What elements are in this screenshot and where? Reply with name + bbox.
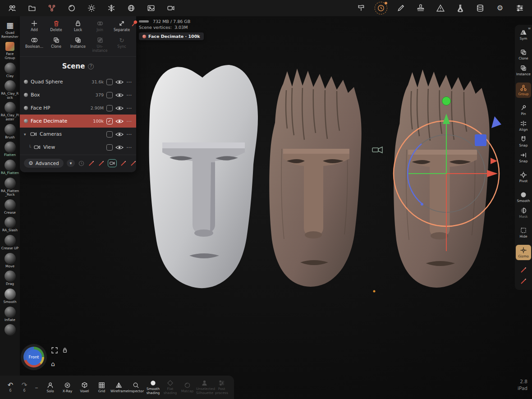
tool-quad-remesher[interactable]: ▦Quad Remesher bbox=[0, 20, 20, 39]
instance-button[interactable]: Instance bbox=[68, 36, 88, 53]
row-menu-icon[interactable]: ⋯ bbox=[126, 131, 132, 138]
visibility-checkbox[interactable] bbox=[106, 144, 113, 151]
history-small-icon[interactable] bbox=[78, 159, 85, 167]
visibility-checkbox[interactable] bbox=[106, 105, 113, 111]
tool-ra-flatten[interactable]: RA_Flatten bbox=[0, 160, 20, 175]
scene-row-face-hp[interactable]: Face HP 2.90M ⋯ bbox=[20, 101, 136, 115]
eye-icon[interactable] bbox=[115, 145, 124, 150]
hide-button[interactable]: Hide bbox=[516, 225, 531, 240]
red-pen-icon[interactable] bbox=[130, 159, 137, 167]
gear-icon[interactable]: ⚙ bbox=[495, 3, 505, 13]
eye-icon[interactable] bbox=[115, 105, 124, 111]
orientation-gizmo[interactable]: Front bbox=[21, 344, 47, 370]
tool-move[interactable]: Move bbox=[0, 253, 20, 269]
eye-icon[interactable] bbox=[115, 132, 124, 137]
stamp-icon[interactable] bbox=[416, 3, 426, 13]
row-menu-icon[interactable]: ⋯ bbox=[126, 105, 132, 111]
gizmo-plane-handle[interactable] bbox=[475, 134, 486, 146]
material-icon[interactable] bbox=[67, 3, 77, 13]
advanced-button[interactable]: ⚙Advanced bbox=[24, 159, 64, 168]
collapse-bar-button[interactable]: – bbox=[32, 384, 41, 391]
paint-icon[interactable] bbox=[356, 3, 366, 13]
mesh-face-brown[interactable] bbox=[269, 69, 361, 287]
tool-brush[interactable]: Brush bbox=[0, 124, 20, 140]
help-icon[interactable]: ? bbox=[88, 64, 94, 69]
pencil-icon[interactable] bbox=[396, 3, 406, 13]
orientation-front-face[interactable]: Front bbox=[26, 349, 42, 365]
add-button[interactable]: Add bbox=[24, 19, 44, 32]
tool-inflate[interactable]: Inflate bbox=[0, 307, 20, 322]
visibility-checkbox[interactable] bbox=[106, 131, 113, 138]
instance-button-right[interactable]: Instance bbox=[516, 63, 531, 78]
menu-sliders-icon[interactable] bbox=[515, 3, 525, 13]
folder-icon[interactable] bbox=[27, 3, 37, 13]
image-icon[interactable] bbox=[146, 3, 156, 13]
flat-shading-button[interactable]: Flat shading bbox=[162, 379, 179, 395]
fullscreen-icon[interactable] bbox=[51, 347, 58, 353]
lock-button[interactable]: Lock bbox=[68, 19, 88, 32]
scene-row-cameras[interactable]: ▾ Cameras ⋯ bbox=[20, 128, 136, 141]
delete-button[interactable]: Delete bbox=[46, 19, 66, 32]
row-menu-icon[interactable]: ⋯ bbox=[126, 144, 132, 151]
join-button[interactable]: Join bbox=[90, 19, 110, 32]
solo-button[interactable]: Solo bbox=[42, 381, 59, 394]
lighting-icon[interactable] bbox=[87, 3, 96, 13]
visibility-checkbox[interactable] bbox=[106, 79, 113, 85]
red-pen-button[interactable] bbox=[516, 265, 531, 275]
group-button[interactable]: Group bbox=[516, 83, 531, 98]
inspector-button[interactable]: Inspector bbox=[128, 381, 144, 394]
tool-flatten[interactable]: Flatten bbox=[0, 142, 20, 157]
undo-button[interactable]: ↶6 bbox=[4, 382, 17, 393]
separate-button[interactable]: Separate bbox=[112, 19, 132, 32]
pivot-button[interactable]: Pivot bbox=[516, 170, 531, 185]
tool-ra-slash[interactable]: RA_Slash bbox=[0, 217, 20, 233]
expand-chevron-button[interactable]: ▾ bbox=[67, 160, 75, 167]
camera-view-button[interactable] bbox=[108, 159, 117, 167]
effects-icon[interactable] bbox=[106, 3, 116, 13]
tool-ra-clay-plaster[interactable]: RA_Clay_Plaster bbox=[0, 102, 20, 121]
red-pen-icon[interactable] bbox=[120, 159, 127, 167]
gizmo-top-handle[interactable] bbox=[442, 97, 451, 105]
gizmo-button[interactable]: Gizmo bbox=[516, 245, 531, 260]
visibility-checkbox-checked[interactable]: ✓ bbox=[106, 118, 113, 124]
eye-icon[interactable] bbox=[115, 119, 124, 124]
sync-button[interactable]: ↻Sync bbox=[112, 36, 132, 53]
wireframe-button[interactable]: Wireframe bbox=[110, 381, 127, 394]
matcap-button[interactable]: Matcap bbox=[179, 381, 196, 394]
users-icon[interactable] bbox=[7, 3, 17, 13]
row-menu-icon[interactable]: ⋯ bbox=[126, 79, 132, 85]
scene-row-face-decimate[interactable]: Face Decimate 100k ✓ ⋯ bbox=[20, 115, 136, 128]
layers-icon[interactable] bbox=[475, 3, 485, 13]
smooth-button-right[interactable]: Smooth bbox=[516, 189, 531, 205]
tool-crease-up[interactable]: Crease UP bbox=[0, 235, 20, 251]
grid-button[interactable]: Grid bbox=[93, 381, 110, 394]
align-button[interactable]: Align bbox=[516, 118, 531, 133]
snap-arrow-button[interactable]: Snap bbox=[516, 150, 531, 165]
red-pen-button[interactable] bbox=[516, 276, 531, 287]
row-menu-icon[interactable]: ⋯ bbox=[126, 92, 132, 98]
alert-icon[interactable] bbox=[436, 3, 445, 13]
clone-button[interactable]: Clone bbox=[46, 36, 66, 53]
voxel-button[interactable]: Voxel bbox=[76, 381, 93, 394]
red-pen-icon[interactable] bbox=[98, 159, 105, 167]
mesh-face-decimate-gray[interactable] bbox=[149, 65, 258, 288]
tool-ra-flatten-rock[interactable]: RA_Flatten_Rock bbox=[0, 178, 20, 197]
sym-button[interactable]: wSym bbox=[516, 27, 531, 42]
xray-button[interactable]: X-Ray bbox=[59, 381, 76, 394]
mask-button[interactable]: Mask bbox=[516, 205, 531, 220]
environment-icon[interactable] bbox=[126, 3, 136, 13]
tool-face-group[interactable]: Face Group bbox=[0, 41, 20, 60]
flask-icon[interactable] bbox=[455, 3, 465, 13]
visibility-checkbox[interactable] bbox=[106, 92, 113, 98]
camera-icon[interactable] bbox=[166, 3, 176, 13]
orientation-ring[interactable]: Front bbox=[23, 347, 44, 367]
scene-row-quad-sphere[interactable]: Quad Sphere 31.6k ⋯ bbox=[20, 75, 136, 88]
tool-smooth[interactable]: Smooth bbox=[0, 289, 20, 304]
tool-crease[interactable]: Crease bbox=[0, 199, 20, 215]
un-instance-button[interactable]: Un-instance bbox=[90, 36, 110, 53]
eye-icon[interactable] bbox=[115, 79, 124, 85]
scene-row-box[interactable]: Box 379 ⋯ bbox=[20, 88, 136, 101]
scene-graph-icon[interactable] bbox=[47, 3, 57, 13]
post-process-button[interactable]: Post process bbox=[213, 379, 230, 395]
history-icon[interactable] bbox=[376, 3, 386, 13]
